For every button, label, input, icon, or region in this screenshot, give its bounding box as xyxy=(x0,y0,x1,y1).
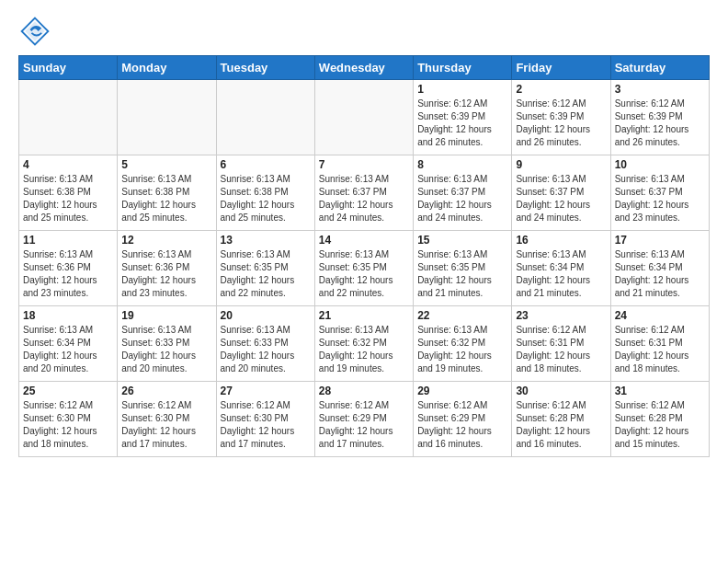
day-info: Sunrise: 6:13 AM Sunset: 6:36 PM Dayligh… xyxy=(121,248,211,300)
day-info: Sunrise: 6:12 AM Sunset: 6:39 PM Dayligh… xyxy=(516,98,606,149)
day-info: Sunrise: 6:13 AM Sunset: 6:34 PM Dayligh… xyxy=(516,248,606,300)
day-number: 6 xyxy=(221,158,311,171)
day-info: Sunrise: 6:13 AM Sunset: 6:35 PM Dayligh… xyxy=(319,248,409,300)
day-number: 9 xyxy=(516,158,606,171)
day-info: Sunrise: 6:13 AM Sunset: 6:37 PM Dayligh… xyxy=(516,173,606,224)
day-number: 1 xyxy=(417,83,507,96)
day-number: 14 xyxy=(319,234,409,247)
day-info: Sunrise: 6:13 AM Sunset: 6:32 PM Dayligh… xyxy=(319,324,409,375)
calendar-cell: 31Sunrise: 6:12 AM Sunset: 6:28 PM Dayli… xyxy=(610,382,709,457)
day-number: 16 xyxy=(516,234,606,247)
day-number: 29 xyxy=(417,385,507,397)
calendar: SundayMondayTuesdayWednesdayThursdayFrid… xyxy=(18,55,710,457)
day-info: Sunrise: 6:12 AM Sunset: 6:30 PM Dayligh… xyxy=(221,399,311,451)
day-number: 2 xyxy=(516,83,606,96)
calendar-cell: 6Sunrise: 6:13 AM Sunset: 6:38 PM Daylig… xyxy=(216,155,314,231)
day-info: Sunrise: 6:12 AM Sunset: 6:29 PM Dayligh… xyxy=(417,399,507,451)
weekday-header-sunday: Sunday xyxy=(19,56,118,80)
week-row-1: 1Sunrise: 6:12 AM Sunset: 6:39 PM Daylig… xyxy=(19,80,710,155)
day-number: 19 xyxy=(121,309,211,322)
calendar-cell: 26Sunrise: 6:12 AM Sunset: 6:30 PM Dayli… xyxy=(118,382,216,457)
page: SundayMondayTuesdayWednesdayThursdayFrid… xyxy=(0,0,728,563)
weekday-header-monday: Monday xyxy=(118,56,216,80)
day-number: 25 xyxy=(23,385,113,397)
day-info: Sunrise: 6:13 AM Sunset: 6:35 PM Dayligh… xyxy=(221,248,311,300)
calendar-cell: 19Sunrise: 6:13 AM Sunset: 6:33 PM Dayli… xyxy=(118,306,216,382)
day-number: 21 xyxy=(319,309,409,322)
week-row-4: 18Sunrise: 6:13 AM Sunset: 6:34 PM Dayli… xyxy=(19,306,710,382)
day-number: 26 xyxy=(121,385,211,397)
calendar-cell: 8Sunrise: 6:13 AM Sunset: 6:37 PM Daylig… xyxy=(414,155,512,231)
calendar-cell: 2Sunrise: 6:12 AM Sunset: 6:39 PM Daylig… xyxy=(512,80,610,155)
day-info: Sunrise: 6:13 AM Sunset: 6:35 PM Dayligh… xyxy=(417,248,507,300)
calendar-cell: 1Sunrise: 6:12 AM Sunset: 6:39 PM Daylig… xyxy=(414,80,512,155)
week-row-3: 11Sunrise: 6:13 AM Sunset: 6:36 PM Dayli… xyxy=(19,231,710,306)
calendar-cell: 11Sunrise: 6:13 AM Sunset: 6:36 PM Dayli… xyxy=(19,231,118,306)
day-number: 10 xyxy=(615,158,705,171)
day-info: Sunrise: 6:13 AM Sunset: 6:34 PM Dayligh… xyxy=(23,324,113,375)
day-number: 27 xyxy=(221,385,311,397)
day-number: 20 xyxy=(221,309,311,322)
calendar-cell: 29Sunrise: 6:12 AM Sunset: 6:29 PM Dayli… xyxy=(414,382,512,457)
day-number: 28 xyxy=(319,385,409,397)
header xyxy=(18,15,710,48)
day-info: Sunrise: 6:13 AM Sunset: 6:33 PM Dayligh… xyxy=(221,324,311,375)
day-number: 13 xyxy=(221,234,311,247)
calendar-cell xyxy=(118,80,216,155)
calendar-cell xyxy=(314,80,413,155)
day-info: Sunrise: 6:13 AM Sunset: 6:37 PM Dayligh… xyxy=(319,173,409,224)
day-number: 24 xyxy=(615,309,705,322)
calendar-cell: 9Sunrise: 6:13 AM Sunset: 6:37 PM Daylig… xyxy=(512,155,610,231)
day-number: 30 xyxy=(516,385,606,397)
day-info: Sunrise: 6:13 AM Sunset: 6:32 PM Dayligh… xyxy=(417,324,507,375)
weekday-header-wednesday: Wednesday xyxy=(314,56,413,80)
weekday-header-saturday: Saturday xyxy=(610,56,709,80)
weekday-header-thursday: Thursday xyxy=(414,56,512,80)
calendar-cell: 18Sunrise: 6:13 AM Sunset: 6:34 PM Dayli… xyxy=(19,306,118,382)
day-info: Sunrise: 6:12 AM Sunset: 6:28 PM Dayligh… xyxy=(615,399,705,451)
day-number: 11 xyxy=(23,234,113,247)
day-number: 18 xyxy=(23,309,113,322)
calendar-cell: 20Sunrise: 6:13 AM Sunset: 6:33 PM Dayli… xyxy=(216,306,314,382)
calendar-cell: 21Sunrise: 6:13 AM Sunset: 6:32 PM Dayli… xyxy=(314,306,413,382)
day-info: Sunrise: 6:13 AM Sunset: 6:38 PM Dayligh… xyxy=(221,173,311,224)
day-number: 31 xyxy=(615,385,705,397)
day-info: Sunrise: 6:12 AM Sunset: 6:31 PM Dayligh… xyxy=(615,324,705,375)
day-info: Sunrise: 6:12 AM Sunset: 6:30 PM Dayligh… xyxy=(121,399,211,451)
calendar-cell: 4Sunrise: 6:13 AM Sunset: 6:38 PM Daylig… xyxy=(19,155,118,231)
day-info: Sunrise: 6:12 AM Sunset: 6:31 PM Dayligh… xyxy=(516,324,606,375)
day-info: Sunrise: 6:13 AM Sunset: 6:38 PM Dayligh… xyxy=(121,173,211,224)
logo-icon xyxy=(18,15,51,48)
calendar-cell: 12Sunrise: 6:13 AM Sunset: 6:36 PM Dayli… xyxy=(118,231,216,306)
day-info: Sunrise: 6:12 AM Sunset: 6:39 PM Dayligh… xyxy=(417,98,507,149)
day-number: 23 xyxy=(516,309,606,322)
day-number: 3 xyxy=(615,83,705,96)
logo xyxy=(18,15,55,48)
day-number: 5 xyxy=(121,158,211,171)
day-info: Sunrise: 6:12 AM Sunset: 6:30 PM Dayligh… xyxy=(23,399,113,451)
calendar-cell: 24Sunrise: 6:12 AM Sunset: 6:31 PM Dayli… xyxy=(610,306,709,382)
weekday-header-row: SundayMondayTuesdayWednesdayThursdayFrid… xyxy=(19,56,710,80)
weekday-header-friday: Friday xyxy=(512,56,610,80)
day-number: 22 xyxy=(417,309,507,322)
day-number: 4 xyxy=(23,158,113,171)
day-info: Sunrise: 6:13 AM Sunset: 6:33 PM Dayligh… xyxy=(121,324,211,375)
calendar-cell xyxy=(19,80,118,155)
day-info: Sunrise: 6:12 AM Sunset: 6:39 PM Dayligh… xyxy=(615,98,705,149)
calendar-cell: 14Sunrise: 6:13 AM Sunset: 6:35 PM Dayli… xyxy=(314,231,413,306)
week-row-2: 4Sunrise: 6:13 AM Sunset: 6:38 PM Daylig… xyxy=(19,155,710,231)
calendar-cell: 3Sunrise: 6:12 AM Sunset: 6:39 PM Daylig… xyxy=(610,80,709,155)
calendar-cell: 25Sunrise: 6:12 AM Sunset: 6:30 PM Dayli… xyxy=(19,382,118,457)
day-number: 8 xyxy=(417,158,507,171)
calendar-cell: 17Sunrise: 6:13 AM Sunset: 6:34 PM Dayli… xyxy=(610,231,709,306)
day-info: Sunrise: 6:13 AM Sunset: 6:36 PM Dayligh… xyxy=(23,248,113,300)
day-info: Sunrise: 6:12 AM Sunset: 6:28 PM Dayligh… xyxy=(516,399,606,451)
day-info: Sunrise: 6:13 AM Sunset: 6:37 PM Dayligh… xyxy=(417,173,507,224)
calendar-cell: 5Sunrise: 6:13 AM Sunset: 6:38 PM Daylig… xyxy=(118,155,216,231)
day-info: Sunrise: 6:13 AM Sunset: 6:37 PM Dayligh… xyxy=(615,173,705,224)
calendar-cell: 7Sunrise: 6:13 AM Sunset: 6:37 PM Daylig… xyxy=(314,155,413,231)
day-number: 7 xyxy=(319,158,409,171)
calendar-cell: 10Sunrise: 6:13 AM Sunset: 6:37 PM Dayli… xyxy=(610,155,709,231)
day-info: Sunrise: 6:12 AM Sunset: 6:29 PM Dayligh… xyxy=(319,399,409,451)
calendar-cell: 28Sunrise: 6:12 AM Sunset: 6:29 PM Dayli… xyxy=(314,382,413,457)
